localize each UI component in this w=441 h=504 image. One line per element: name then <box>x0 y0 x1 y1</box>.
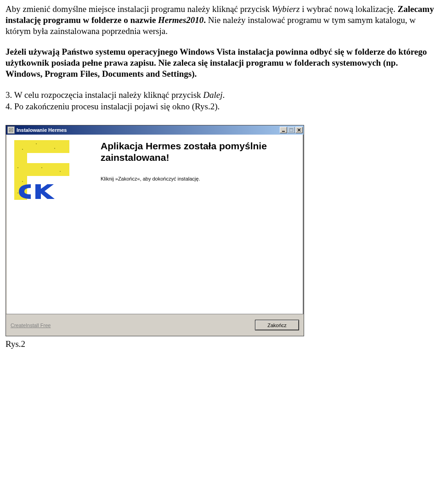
svg-point-12 <box>17 193 18 193</box>
installer-logo <box>14 140 88 200</box>
maximize-button[interactable] <box>288 127 295 133</box>
para1-pre: Aby zmienić domyślne miejsce instalacji … <box>6 4 272 14</box>
titlebar-left: Instalowanie Hermes <box>7 126 67 134</box>
svg-point-9 <box>54 148 55 149</box>
minimize-button[interactable] <box>280 127 287 133</box>
svg-point-7 <box>22 149 23 150</box>
step-3: 3. W celu rozpoczęcia instalacji należy … <box>6 90 435 101</box>
step-4: 4. Po zakończeniu procesu instalacji poj… <box>6 101 435 112</box>
svg-point-8 <box>36 143 37 144</box>
figure-caption: Rys.2 <box>6 339 435 349</box>
svg-point-10 <box>17 167 18 168</box>
svg-rect-3 <box>290 129 293 130</box>
para1-italic1: Wybierz <box>272 4 300 14</box>
finish-button[interactable]: Zakończ <box>255 320 299 330</box>
installer-subline: Kliknij »Zakończ«, aby dokończyć instala… <box>101 176 295 181</box>
window-body: Aplikacja Hermes została pomyślnie zains… <box>6 135 304 314</box>
window-content: Aplikacja Hermes została pomyślnie zains… <box>101 140 295 200</box>
app-icon <box>7 126 15 134</box>
step3-post: . <box>223 90 225 100</box>
close-button[interactable] <box>295 127 303 133</box>
maximize-icon <box>289 128 293 132</box>
titlebar: Instalowanie Hermes <box>6 125 304 135</box>
window-title: Instalowanie Hermes <box>17 127 67 133</box>
window-body-inner: Aplikacja Hermes została pomyślnie zains… <box>7 135 303 205</box>
svg-point-14 <box>60 171 61 172</box>
svg-point-13 <box>41 167 42 168</box>
window-footer: CreateInstall Free Zakończ <box>6 314 304 336</box>
installer-headline: Aplikacja Hermes została pomyślnie zains… <box>101 140 295 163</box>
window-buttons <box>280 127 303 133</box>
step3-pre: 3. W celu rozpoczęcia instalacji należy … <box>6 90 203 100</box>
step3-italic: Dalej <box>203 90 222 100</box>
svg-rect-6 <box>14 163 69 176</box>
para1-mid1: i wybrać nową lokalizację. <box>300 4 397 14</box>
installer-window: Instalowanie Hermes <box>6 125 304 336</box>
close-icon <box>297 128 301 132</box>
minimize-icon <box>282 128 285 132</box>
svg-point-11 <box>22 181 23 182</box>
paragraph-2: Jeżeli używają Państwo systemu operacyjn… <box>6 46 435 79</box>
svg-rect-1 <box>282 131 285 132</box>
footer-link[interactable]: CreateInstall Free <box>11 323 51 328</box>
paragraph-1: Aby zmienić domyślne miejsce instalacji … <box>6 4 435 36</box>
para1-bolditalic1: Hermes2010 <box>158 15 204 25</box>
svg-rect-0 <box>9 128 13 132</box>
